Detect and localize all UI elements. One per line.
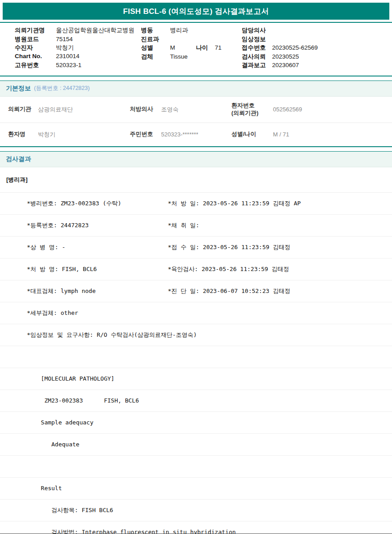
result-field-left: *대표검체: lymph node bbox=[27, 287, 168, 295]
report-title-bar: FISH BCL-6 (여의도성모) 검사결과보고서 bbox=[3, 3, 389, 20]
field-label: 병원코드 bbox=[15, 35, 56, 43]
field-sex-age: 성별 M 나이 71 bbox=[141, 44, 242, 53]
field-value: 052562569 bbox=[273, 106, 392, 113]
basic-info-title: 기본정보 bbox=[6, 85, 31, 93]
result-row: *등록번호: 24472823 *채 취 일: bbox=[0, 215, 392, 237]
field-value: 20230607 bbox=[272, 62, 299, 68]
field-value: 520323-1 bbox=[56, 62, 81, 68]
result-field-left: *처 방 명: FISH, BCL6 bbox=[27, 265, 168, 273]
field-label: 성별 bbox=[141, 44, 170, 52]
department-row: [병리과] bbox=[0, 167, 392, 193]
field-value: 병리과 bbox=[170, 26, 188, 34]
field-value: 75154 bbox=[56, 36, 73, 42]
result-row: [MOLECULAR PATHOLOGY] bbox=[0, 368, 392, 390]
result-row: *처 방 명: FISH, BCL6 *육안검사: 2023-05-26 11:… bbox=[0, 259, 392, 280]
result-field-right: *육안검사: 2023-05-26 11:23:59 김태정 bbox=[168, 265, 392, 273]
patient-header-col1: 의뢰기관명 울산공업학원울산대학교병원 병원코드 75154 수진자 박청기 C… bbox=[15, 26, 141, 70]
field-label: 환자명 bbox=[8, 131, 38, 138]
result-row: Adequate bbox=[0, 434, 392, 456]
field-hospital-code: 병원코드 75154 bbox=[15, 35, 141, 44]
field-label: 임상정보 bbox=[242, 35, 272, 43]
field-examinee: 수진자 박청기 bbox=[15, 44, 141, 53]
result-row: 검사항목: FISH BCL6 bbox=[0, 500, 392, 521]
result-field-left: *임상정보 및 요구사항: R/O 수탁검사(삼광의료재단-조영숙) bbox=[27, 331, 168, 339]
result-row: Sample adequacy bbox=[0, 412, 392, 434]
patient-header-col3: 담당의사 임상정보 접수번호 20230525-62569 검사의뢰 20230… bbox=[242, 26, 388, 70]
basic-info-section-header: 기본정보 (등록번호 : 24472823) bbox=[0, 81, 392, 97]
result-row: ZM23-002383 FISH, BCL6 bbox=[0, 390, 392, 412]
field-label: 나이 bbox=[196, 44, 215, 52]
field-label: 수진자 bbox=[15, 44, 56, 52]
field-value: 박청기 bbox=[38, 131, 130, 139]
field-label: 처방의사 bbox=[130, 106, 161, 113]
field-label: 결과보고 bbox=[242, 61, 272, 69]
field-value: M / 71 bbox=[273, 131, 392, 138]
field-value: 520323-******* bbox=[161, 131, 231, 138]
field-value: 조영숙 bbox=[161, 106, 231, 114]
result-row-empty bbox=[0, 456, 392, 478]
field-chart-no: Chart No. 2310014 bbox=[15, 53, 141, 62]
field-value: 2310014 bbox=[56, 53, 80, 59]
results-title: 검사결과 bbox=[6, 155, 31, 163]
field-accession-no: 접수번호 20230525-62569 bbox=[242, 44, 388, 53]
field-label: 담당의사 bbox=[242, 26, 272, 34]
field-unique-no: 고유번호 520323-1 bbox=[15, 61, 141, 70]
result-field-left: 검사방법: Interphase fluorescent in situ hyb… bbox=[27, 528, 168, 534]
result-row: *임상정보 및 요구사항: R/O 수탁검사(삼광의료재단-조영숙) bbox=[0, 324, 392, 346]
result-field-left: 검사항목: FISH BCL6 bbox=[27, 506, 168, 514]
field-label: Chart No. bbox=[15, 53, 56, 59]
result-field-left: Adequate bbox=[27, 441, 168, 448]
result-row: 검사방법: Interphase fluorescent in situ hyb… bbox=[0, 521, 392, 534]
result-field-right: *접 수 일: 2023-05-26 11:23:59 김태정 bbox=[168, 243, 392, 251]
field-report-date: 결과보고 20230607 bbox=[242, 61, 388, 70]
field-label: 병동 bbox=[141, 26, 170, 34]
field-clinic-dept: 진료과 bbox=[141, 35, 242, 44]
header-divider bbox=[0, 76, 392, 76]
result-field-left: *병리번호: ZM23-002383 (수탁) bbox=[27, 199, 168, 208]
field-label: 접수번호 bbox=[242, 44, 272, 52]
field-value: 20230525-62569 bbox=[272, 44, 318, 51]
field-specimen: 검체 Tissue bbox=[141, 53, 242, 62]
result-row: *세부검체: other bbox=[0, 302, 392, 324]
field-label: 검사의뢰 bbox=[242, 53, 272, 61]
result-field-left: ZM23-002383 FISH, BCL6 bbox=[27, 397, 168, 404]
field-value: 71 bbox=[215, 44, 222, 51]
field-value: 박청기 bbox=[56, 44, 74, 52]
field-label: 의뢰기관명 bbox=[15, 26, 56, 34]
result-field-right: *처 방 일: 2023-05-26 11:23:59 김태정 AP bbox=[168, 199, 392, 208]
field-label: 성별/나이 bbox=[231, 131, 273, 138]
field-label: 의뢰기관 bbox=[8, 106, 38, 113]
results-section-header: 검사결과 bbox=[0, 151, 392, 167]
result-row: Result bbox=[0, 478, 392, 500]
field-label: 고유번호 bbox=[15, 61, 56, 69]
field-label: 검체 bbox=[141, 53, 170, 61]
field-label: 주민번호 bbox=[130, 131, 161, 138]
field-label: 진료과 bbox=[141, 35, 170, 43]
basic-info-registration-no: (등록번호 : 24472823) bbox=[34, 85, 89, 92]
basic-info-row-1: 의뢰기관 삼광의료재단 처방의사 조영숙 환자번호 (의뢰기관) 0525625… bbox=[0, 97, 392, 123]
field-label: 환자번호 (의뢰기관) bbox=[231, 102, 273, 117]
patient-header: 의뢰기관명 울산공업학원울산대학교병원 병원코드 75154 수진자 박청기 C… bbox=[0, 23, 392, 73]
result-field-left: *상 병 명: - bbox=[27, 243, 168, 251]
field-attending-doctor: 담당의사 bbox=[242, 26, 388, 35]
field-value: M bbox=[170, 44, 196, 51]
result-row: *병리번호: ZM23-002383 (수탁) *처 방 일: 2023-05-… bbox=[0, 193, 392, 215]
result-field-left: Sample adequacy bbox=[27, 419, 168, 426]
report-page: FISH BCL-6 (여의도성모) 검사결과보고서 의뢰기관명 울산공업학원울… bbox=[0, 3, 392, 534]
result-field-right: *진 단 일: 2023-06-07 10:52:23 김태정 bbox=[168, 287, 392, 295]
department-label: [병리과] bbox=[6, 176, 28, 184]
basic-info-row-2: 환자명 박청기 주민번호 520323-******* 성별/나이 M / 71 bbox=[0, 123, 392, 147]
result-field-left: *등록번호: 24472823 bbox=[27, 221, 168, 229]
field-value: 삼광의료재단 bbox=[38, 106, 130, 114]
result-row: *상 병 명: - *접 수 일: 2023-05-26 11:23:59 김태… bbox=[0, 237, 392, 259]
result-field-right: *채 취 일: bbox=[168, 221, 392, 229]
field-request-date: 검사의뢰 20230525 bbox=[242, 53, 388, 62]
report-title: FISH BCL-6 (여의도성모) 검사결과보고서 bbox=[123, 6, 269, 17]
field-value: Tissue bbox=[170, 53, 187, 60]
result-row-empty bbox=[0, 346, 392, 368]
result-field-left: *세부검체: other bbox=[27, 309, 168, 317]
field-ward: 병동 병리과 bbox=[141, 26, 242, 35]
field-referring-org: 의뢰기관명 울산공업학원울산대학교병원 bbox=[15, 26, 141, 35]
patient-header-col2: 병동 병리과 진료과 성별 M 나이 71 검체 Tissue bbox=[141, 26, 242, 70]
result-field-left: [MOLECULAR PATHOLOGY] bbox=[27, 375, 168, 382]
